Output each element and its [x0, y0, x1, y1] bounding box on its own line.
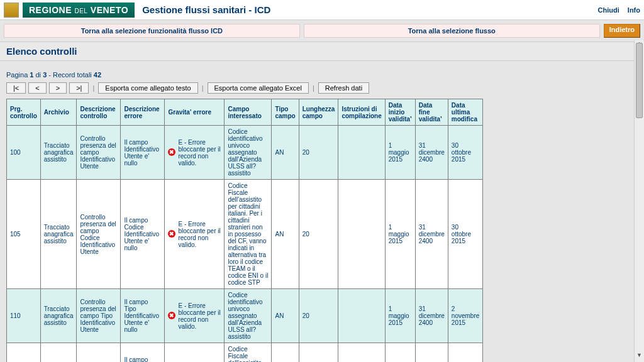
cell-dfv: 31 dicembre: [415, 343, 448, 363]
cell-div: 1 maggio: [385, 343, 415, 363]
toolbar-sep: |: [92, 84, 94, 92]
nav-link-functionality[interactable]: Torna alla selezione funzionalità flusso…: [4, 24, 300, 38]
cell-desc_ctrl: Controllo presenza del campo Codice Iden…: [77, 180, 121, 289]
cell-desc_ctrl: Controllo presenza del campo Identificat…: [77, 126, 121, 180]
col-data-modifica[interactable]: Data ultima modifica: [448, 99, 482, 126]
cell-tipo: AN: [272, 289, 299, 343]
content-area: Pagina 1 di 3 - Record totali 42 |< < > …: [0, 61, 644, 362]
table-row[interactable]: 100Tracciato anagrafica assistitoControl…: [7, 126, 483, 180]
table-header-row: Prg. controllo Archivio Descrizione cont…: [7, 99, 483, 126]
table-row[interactable]: 110Tracciato anagrafica assistitoControl…: [7, 289, 483, 343]
cell-desc_err: Il campo Codice Identificativo Utente e'…: [121, 180, 165, 289]
region-logo-icon: [4, 3, 19, 18]
toolbar: |< < > >| | Esporta come allegato testo …: [6, 82, 638, 94]
cell-prg: 100: [7, 126, 41, 180]
col-archivio[interactable]: Archivio: [40, 99, 77, 126]
next-page-button[interactable]: >: [49, 82, 67, 94]
nav-bar: Torna alla selezione funzionalità flusso…: [0, 20, 644, 41]
cell-desc_ctrl: Controllo validita' campo Tipo: [77, 343, 121, 363]
nav-link-flow[interactable]: Torna alla selezione flusso: [304, 24, 600, 38]
col-data-fine[interactable]: Data fine validita': [415, 99, 448, 126]
app-header: REGIONE DEL VENETO Gestione flussi sanit…: [0, 0, 644, 20]
cell-campo: Codice identificativo univoco assegnato …: [225, 289, 272, 343]
pager-prefix: Pagina: [6, 71, 30, 79]
cell-archivio: Tracciato anagrafica assistito: [40, 126, 77, 180]
cell-dfv: 31 dicembre 2400: [415, 180, 448, 289]
cell-istruzioni: [338, 126, 385, 180]
cell-lunghezza: 20: [299, 180, 338, 289]
cell-dum: 30 ottobre 2015: [448, 180, 482, 289]
pager-total-records: 42: [94, 71, 101, 79]
col-tipo[interactable]: Tipo campo: [272, 99, 299, 126]
vertical-scrollbar[interactable]: ▲ ▼: [634, 40, 644, 362]
col-gravita[interactable]: Gravita' errore: [165, 99, 225, 126]
toolbar-sep: |: [202, 84, 204, 92]
refresh-button[interactable]: Refresh dati: [318, 82, 369, 94]
cell-div: 1 maggio 2015: [385, 126, 415, 180]
cell-lunghezza: [299, 343, 338, 363]
pager-di: di: [33, 71, 43, 79]
cell-istruzioni: [338, 289, 385, 343]
export-text-button[interactable]: Esporta come allegato testo: [98, 82, 197, 94]
cell-desc_err: Il campo Tipo Identificativo Utente e' n…: [121, 289, 165, 343]
cell-archivio: Tracciato anagrafica assistito: [40, 343, 77, 363]
error-icon: ✖: [168, 230, 175, 238]
cell-gravita: ✖E - Errore bloccante per il record: [165, 343, 225, 363]
prev-page-button[interactable]: <: [28, 82, 46, 94]
cell-archivio: Tracciato anagrafica assistito: [40, 180, 77, 289]
table-row[interactable]: 111Tracciato anagrafica assistitoControl…: [7, 343, 483, 363]
last-page-button[interactable]: >|: [69, 82, 89, 94]
scroll-thumb[interactable]: [636, 43, 643, 118]
toolbar-sep: |: [313, 84, 314, 92]
cell-campo: Codice Fiscale dell'assistito per cittad…: [225, 180, 272, 289]
col-lunghezza[interactable]: Lunghezza campo: [299, 99, 338, 126]
col-desc-err[interactable]: Descrizione errore: [121, 99, 165, 126]
cell-desc_err: Il campo Tipo Identificativo Utente non …: [121, 343, 165, 363]
cell-dum: 30 ottobre 2015: [448, 126, 482, 180]
app-title: Gestione flussi sanitari - ICD: [142, 4, 270, 15]
cell-istruzioni: [338, 180, 385, 289]
controls-table: Prg. controllo Archivio Descrizione cont…: [6, 99, 483, 362]
table-row[interactable]: 105Tracciato anagrafica assistitoControl…: [7, 180, 483, 289]
section-title: Elenco controlli: [0, 41, 644, 61]
cell-lunghezza: 20: [299, 126, 338, 180]
gravita-text: E - Errore bloccante per il record non v…: [178, 302, 221, 330]
cell-istruzioni: [338, 343, 385, 363]
col-istruzioni[interactable]: Istruzioni di compilazione: [338, 99, 385, 126]
back-button[interactable]: Indietro: [604, 24, 640, 38]
first-page-button[interactable]: |<: [6, 82, 26, 94]
cell-lunghezza: 20: [299, 289, 338, 343]
scroll-down-icon[interactable]: ▼: [635, 352, 644, 362]
cell-gravita: ✖E - Errore bloccante per il record non …: [165, 180, 225, 289]
cell-campo: Codice Fiscale dell'assistito per cittad…: [225, 343, 272, 363]
pager-rec-prefix: - Record totali: [47, 71, 94, 79]
close-link[interactable]: Chiudi: [598, 6, 619, 14]
col-desc-ctrl[interactable]: Descrizione controllo: [77, 99, 121, 126]
cell-prg: 110: [7, 289, 41, 343]
brand-badge: REGIONE DEL VENETO: [23, 3, 135, 18]
cell-div: 1 maggio 2015: [385, 180, 415, 289]
cell-dum: 2 novembre 2015: [448, 289, 482, 343]
cell-prg: 105: [7, 180, 41, 289]
info-link[interactable]: Info: [628, 6, 640, 14]
brand-del: DEL: [74, 8, 87, 14]
gravita-text: E - Errore bloccante per il record non v…: [178, 139, 221, 167]
export-excel-button[interactable]: Esporta come allegato Excel: [208, 82, 309, 94]
brand-veneto: VENETO: [91, 5, 128, 15]
cell-desc_err: Il campo Identificativo Utente e' nullo: [121, 126, 165, 180]
header-links: Chiudi Info: [592, 6, 640, 14]
col-prg[interactable]: Prg. controllo: [7, 99, 41, 126]
error-icon: ✖: [168, 312, 175, 319]
cell-dum: 2 novembre: [448, 343, 482, 363]
cell-dfv: 31 dicembre 2400: [415, 289, 448, 343]
cell-tipo: AN: [272, 126, 299, 180]
error-icon: ✖: [168, 148, 175, 156]
col-data-inizio[interactable]: Data inizio validita': [385, 99, 415, 126]
col-campo[interactable]: Campo interessato: [225, 99, 272, 126]
cell-desc_ctrl: Controllo presenza del campo Tipo Identi…: [77, 289, 121, 343]
cell-tipo: AN: [272, 343, 299, 363]
gravita-text: E - Errore bloccante per il record non v…: [178, 221, 221, 248]
brand-region: REGIONE: [29, 5, 72, 15]
cell-campo: Codice identificativo univoco assegnato …: [225, 126, 272, 180]
cell-gravita: ✖E - Errore bloccante per il record non …: [165, 289, 225, 343]
